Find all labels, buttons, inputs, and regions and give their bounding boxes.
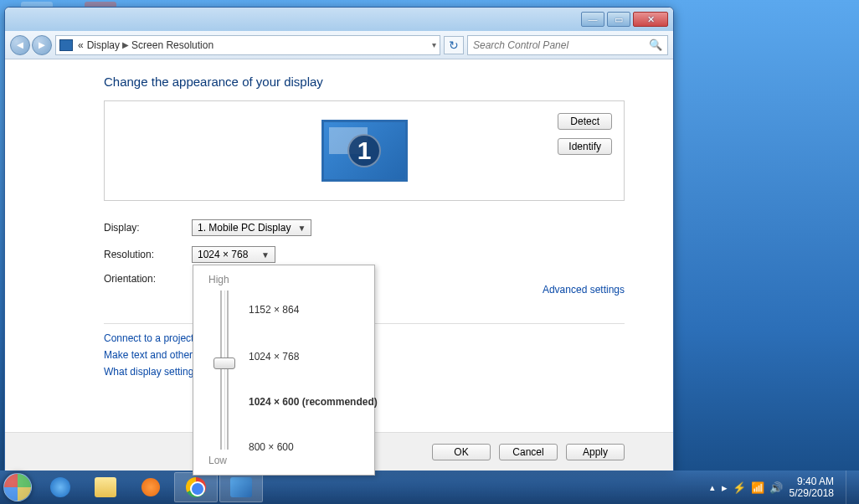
forward-button[interactable]: ► bbox=[32, 35, 52, 55]
taskbar-explorer[interactable] bbox=[84, 472, 127, 502]
folder-icon bbox=[95, 477, 116, 497]
taskbar-control-panel[interactable] bbox=[219, 472, 263, 502]
resolution-slider-track[interactable] bbox=[220, 291, 229, 450]
taskbar-ie[interactable] bbox=[39, 472, 82, 502]
windows-logo-icon bbox=[3, 473, 32, 501]
display-preview-box: 1 Detect Identify bbox=[104, 100, 625, 201]
dropdown-icon: ▼ bbox=[261, 250, 270, 260]
cancel-button[interactable]: Cancel bbox=[499, 444, 558, 460]
display-combobox[interactable]: 1. Mobile PC Display ▼ bbox=[192, 219, 311, 236]
detect-button[interactable]: Detect bbox=[558, 113, 612, 130]
resolution-option-3[interactable]: 1024 × 600 (recommended) bbox=[249, 396, 378, 408]
maximize-button[interactable] bbox=[607, 12, 630, 27]
identify-button[interactable]: Identify bbox=[558, 138, 612, 155]
resolution-slider-popup: High 1152 × 864 1024 × 768 1024 × 600 (r… bbox=[193, 265, 375, 476]
breadcrumb-resolution[interactable]: Screen Resolution bbox=[131, 39, 213, 51]
resolution-option-2[interactable]: 1024 × 768 bbox=[249, 351, 299, 363]
network-icon[interactable]: 📶 bbox=[751, 481, 764, 494]
media-player-icon bbox=[141, 478, 160, 496]
advanced-settings-link[interactable]: Advanced settings bbox=[543, 284, 625, 296]
refresh-button[interactable]: ↻ bbox=[444, 36, 464, 54]
resolution-slider-thumb[interactable] bbox=[213, 357, 235, 369]
address-dropdown-icon[interactable]: ▾ bbox=[432, 40, 436, 49]
resolution-option-4[interactable]: 800 × 600 bbox=[249, 441, 294, 453]
taskbar-media-player[interactable] bbox=[129, 472, 172, 502]
slider-high-label: High bbox=[207, 274, 364, 285]
resolution-label: Resolution: bbox=[104, 249, 192, 260]
tray-overflow-icon[interactable]: ▴ bbox=[710, 482, 715, 493]
taskbar: ▴ ▸ ⚡ 📶 🔊 9:40 AM 5/29/2018 bbox=[0, 471, 859, 504]
control-panel-icon bbox=[230, 477, 252, 497]
minimize-button[interactable] bbox=[581, 12, 604, 27]
display-label: Display: bbox=[104, 222, 192, 234]
ok-button[interactable]: OK bbox=[432, 444, 491, 460]
volume-icon[interactable]: 🔊 bbox=[769, 481, 783, 494]
taskbar-clock[interactable]: 9:40 AM 5/29/2018 bbox=[790, 476, 834, 500]
apply-button[interactable]: Apply bbox=[566, 444, 625, 460]
chrome-icon bbox=[186, 477, 206, 497]
power-icon[interactable]: ⚡ bbox=[733, 481, 746, 494]
display-value: 1. Mobile PC Display bbox=[198, 222, 291, 234]
monitor-number: 1 bbox=[347, 134, 381, 167]
control-panel-window: ◄ ► « Display ▶ Screen Resolution ▾ ↻ 🔍 … bbox=[4, 7, 674, 471]
slider-low-label: Low bbox=[207, 455, 364, 466]
clock-time: 9:40 AM bbox=[790, 476, 834, 487]
clock-date: 5/29/2018 bbox=[790, 487, 834, 499]
search-icon[interactable]: 🔍 bbox=[649, 39, 662, 51]
close-button[interactable] bbox=[633, 12, 668, 27]
show-desktop-button[interactable] bbox=[846, 471, 856, 504]
window-titlebar[interactable] bbox=[5, 8, 673, 31]
back-button[interactable]: ◄ bbox=[10, 35, 30, 55]
resolution-value: 1024 × 768 bbox=[198, 249, 248, 260]
orientation-label: Orientation: bbox=[104, 273, 192, 285]
resolution-option-1[interactable]: 1152 × 864 bbox=[249, 304, 299, 316]
breadcrumb-display[interactable]: Display bbox=[87, 39, 120, 51]
chevron-right-icon: ▶ bbox=[122, 40, 129, 49]
system-tray: ▴ ▸ ⚡ 📶 🔊 9:40 AM 5/29/2018 bbox=[710, 471, 859, 504]
monitor-thumbnail[interactable]: 1 bbox=[321, 120, 408, 182]
flag-icon[interactable]: ▸ bbox=[722, 481, 728, 494]
page-title: Change the appearance of your display bbox=[104, 75, 625, 89]
nav-toolbar: ◄ ► « Display ▶ Screen Resolution ▾ ↻ 🔍 bbox=[5, 31, 673, 59]
control-panel-icon bbox=[59, 39, 73, 51]
taskbar-chrome[interactable] bbox=[174, 472, 218, 502]
start-button[interactable] bbox=[0, 471, 35, 504]
search-box[interactable]: 🔍 bbox=[467, 35, 668, 55]
dropdown-icon: ▼ bbox=[297, 224, 306, 233]
search-input[interactable] bbox=[473, 39, 649, 51]
breadcrumb-bar[interactable]: « Display ▶ Screen Resolution ▾ bbox=[55, 35, 440, 55]
ie-icon bbox=[50, 477, 70, 497]
resolution-combobox[interactable]: 1024 × 768 ▼ bbox=[192, 246, 275, 263]
breadcrumb-pre: « bbox=[78, 39, 84, 51]
